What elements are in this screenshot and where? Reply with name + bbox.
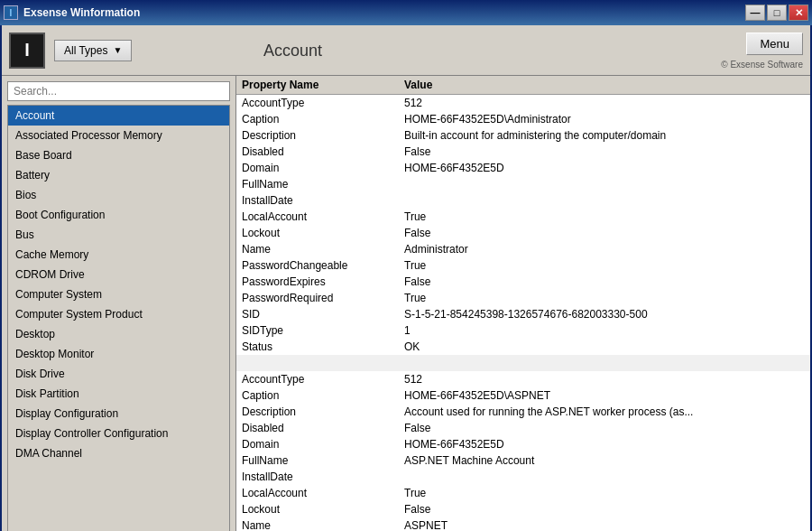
- value-cell: ASPNET: [404, 519, 805, 531]
- main-window: I All Types ▼ Account Menu © Exsense Sof…: [0, 25, 812, 531]
- sidebar-item[interactable]: Display Configuration: [8, 404, 229, 424]
- property-cell: LocalAccount: [242, 210, 404, 223]
- table-row: [236, 355, 810, 371]
- dropdown-arrow-icon: ▼: [113, 45, 122, 55]
- property-header: Property Name: [242, 79, 404, 91]
- sidebar-item[interactable]: Account: [8, 106, 229, 126]
- maximize-button[interactable]: □: [767, 5, 787, 21]
- value-cell: True: [404, 259, 805, 272]
- sidebar-item[interactable]: CDROM Drive: [8, 265, 229, 284]
- table-row: DisabledFalse: [236, 144, 810, 160]
- property-cell: Lockout: [242, 227, 404, 239]
- table-row: LocalAccountTrue: [236, 209, 810, 225]
- table-row: SIDS-1-5-21-854245398-1326574676-6820033…: [236, 306, 810, 322]
- property-cell: PasswordRequired: [242, 292, 404, 304]
- sidebar-item[interactable]: Boot Configuration: [8, 205, 229, 225]
- table-header: Property Name Value: [236, 76, 810, 95]
- table-row: InstallDate: [236, 469, 810, 485]
- sidebar-item[interactable]: DMA Channel: [8, 443, 229, 463]
- minimize-button[interactable]: —: [745, 5, 765, 21]
- right-panel: Property Name Value AccountType512Captio…: [236, 76, 810, 531]
- property-cell: Name: [242, 519, 404, 531]
- toolbar: I All Types ▼ Account Menu © Exsense Sof…: [2, 25, 810, 76]
- table-row: FullName: [236, 176, 810, 192]
- value-cell: ASP.NET Machine Account: [404, 454, 805, 467]
- menu-button[interactable]: Menu: [746, 33, 803, 55]
- table-row: AccountType512: [236, 371, 810, 387]
- property-cell: FullName: [242, 178, 404, 191]
- table-row: LockoutFalse: [236, 225, 810, 241]
- app-icon: I: [4, 5, 18, 20]
- value-cell: False: [404, 275, 805, 288]
- property-cell: PasswordChangeable: [242, 259, 404, 272]
- table-row: AccountType512: [236, 95, 810, 111]
- value-cell: S-1-5-21-854245398-1326574676-682003330-…: [404, 308, 805, 321]
- sidebar-item[interactable]: Bios: [8, 185, 229, 205]
- sidebar-item[interactable]: Disk Partition: [8, 384, 229, 404]
- sidebar-item[interactable]: Disk Drive: [8, 364, 229, 384]
- title-bar-buttons: — □ ✕: [745, 5, 808, 21]
- table-row: FullNameASP.NET Machine Account: [236, 452, 810, 469]
- sidebar-item[interactable]: Desktop Monitor: [8, 344, 229, 364]
- value-cell: 512: [404, 373, 805, 386]
- table-row: StatusOK: [236, 339, 810, 355]
- value-cell: HOME-66F4352E5D: [404, 162, 805, 174]
- property-cell: LocalAccount: [242, 487, 404, 499]
- property-cell: Lockout: [242, 503, 404, 516]
- table-row: SIDType1: [236, 322, 810, 339]
- property-cell: Status: [242, 340, 404, 353]
- property-cell: AccountType: [242, 373, 404, 386]
- property-cell: Description: [242, 129, 404, 142]
- table-row: DomainHOME-66F4352E5D: [236, 436, 810, 452]
- table-row: CaptionHOME-66F4352E5D\Administrator: [236, 111, 810, 127]
- value-cell: False: [404, 145, 805, 158]
- all-types-button[interactable]: All Types ▼: [54, 40, 132, 61]
- table-row: DescriptionAccount used for running the …: [236, 404, 810, 420]
- sidebar-item[interactable]: Associated Processor Memory: [8, 126, 229, 145]
- value-cell: True: [404, 292, 805, 304]
- table-row: DisabledFalse: [236, 420, 810, 436]
- value-cell: Built-in account for administering the c…: [404, 129, 805, 142]
- property-cell: InstallDate: [242, 194, 404, 207]
- value-cell: Account used for running the ASP.NET wor…: [404, 405, 805, 418]
- value-cell: False: [404, 227, 805, 239]
- property-cell: PasswordExpires: [242, 275, 404, 288]
- value-cell: [404, 178, 805, 191]
- value-cell: False: [404, 503, 805, 516]
- property-cell: AccountType: [242, 97, 404, 109]
- sidebar-item[interactable]: Bus: [8, 225, 229, 245]
- property-cell: SIDType: [242, 324, 404, 337]
- table-row: LocalAccountTrue: [236, 485, 810, 501]
- value-cell: 512: [404, 97, 805, 109]
- property-cell: Caption: [242, 389, 404, 402]
- property-cell: Caption: [242, 113, 404, 126]
- value-cell: 1: [404, 324, 805, 337]
- title-bar: I Exsense Winformation — □ ✕: [0, 0, 812, 25]
- sidebar-list: AccountAssociated Processor MemoryBase B…: [7, 105, 230, 531]
- property-cell: Domain: [242, 438, 404, 451]
- sidebar-item[interactable]: Battery: [8, 165, 229, 185]
- table-row: LockoutFalse: [236, 501, 810, 517]
- sidebar-item[interactable]: Computer System: [8, 284, 229, 304]
- sidebar-item[interactable]: Cache Memory: [8, 245, 229, 265]
- value-cell: HOME-66F4352E5D: [404, 438, 805, 451]
- table-body: AccountType512CaptionHOME-66F4352E5D\Adm…: [236, 95, 810, 531]
- value-header: Value: [404, 79, 805, 91]
- value-cell: False: [404, 422, 805, 434]
- close-button[interactable]: ✕: [789, 5, 808, 21]
- sidebar-item[interactable]: Computer System Product: [8, 304, 229, 324]
- property-cell: InstallDate: [242, 470, 404, 483]
- sidebar-item[interactable]: Base Board: [8, 145, 229, 165]
- table-row: NameAdministrator: [236, 241, 810, 257]
- value-cell: OK: [404, 340, 805, 353]
- table-row: PasswordExpiresFalse: [236, 274, 810, 290]
- sidebar-item[interactable]: Desktop: [8, 324, 229, 344]
- property-cell: Domain: [242, 162, 404, 174]
- search-input[interactable]: [7, 81, 230, 101]
- sidebar-item[interactable]: Display Controller Configuration: [8, 424, 229, 443]
- all-types-label: All Types: [64, 44, 107, 57]
- table-row: DomainHOME-66F4352E5D: [236, 160, 810, 176]
- property-cell: SID: [242, 308, 404, 321]
- property-cell: Description: [242, 405, 404, 418]
- value-cell: True: [404, 487, 805, 499]
